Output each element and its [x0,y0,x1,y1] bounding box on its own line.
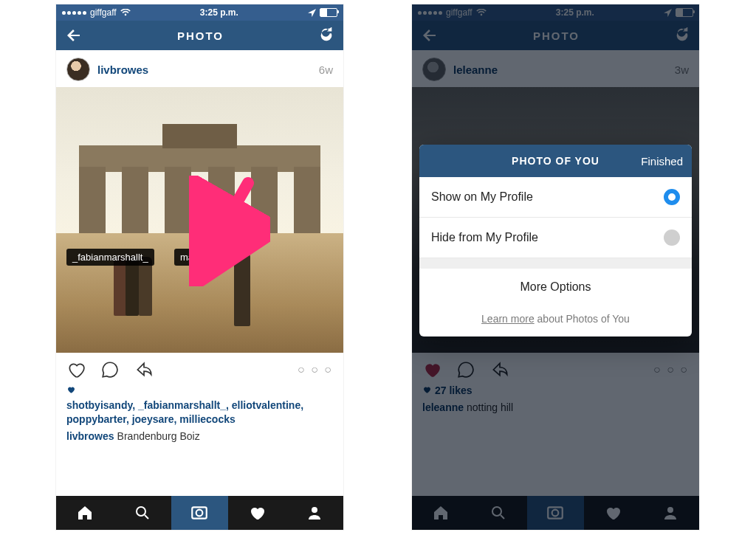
post-header: livbrowes 6w [56,50,343,87]
finished-button[interactable]: Finished [641,155,683,168]
caption-username[interactable]: livbrowes [66,430,114,442]
battery-icon [320,8,337,17]
tab-bar [56,496,343,530]
svg-point-0 [137,507,145,516]
share-icon[interactable] [134,360,154,379]
learn-more-line: Learn more about Photos of You [419,306,692,336]
refresh-icon[interactable] [318,27,334,44]
location-arrow-icon [308,9,316,17]
heart-filled-icon [66,384,75,398]
heart-icon[interactable] [66,360,86,379]
tab-search[interactable] [114,496,171,530]
nav-title: PHOTO [177,30,224,42]
more-dots-icon[interactable]: ○ ○ ○ [298,363,333,376]
post-age: 6w [319,63,333,76]
likers-line[interactable]: shotbyisandy, _fabianmarshallt_, elliotv… [66,384,333,427]
tab-camera[interactable] [171,496,229,530]
action-bar: ○ ○ ○ [56,353,343,384]
more-options-button[interactable]: More Options [419,269,692,306]
back-arrow-icon[interactable] [65,27,83,44]
option-show-on-profile[interactable]: Show on My Profile [419,177,692,218]
tab-activity[interactable] [228,496,286,530]
likers-list[interactable]: shotbyisandy, _fabianmarshallt_, elliotv… [66,398,333,427]
modal-title: PHOTO OF YOU [512,155,599,167]
modal-header: PHOTO OF YOU Finished [419,145,692,177]
caption-text: Brandenburg Boiz [117,430,200,442]
nav-bar: PHOTO [56,21,343,50]
carrier-label: giffgaff [90,7,117,18]
radio-unselected-icon [664,229,680,246]
svg-point-2 [196,510,203,517]
signal-dots-icon [62,11,86,15]
option-label: Hide from My Profile [431,231,538,244]
phone-left: giffgaff 3:25 p.m. PHOTO [56,4,343,530]
photo-of-you-modal: PHOTO OF YOU Finished Show on My Profile… [419,145,692,336]
post-photo[interactable]: _fabianmarshallt_ max8378 [56,87,343,353]
tab-home[interactable] [56,496,114,530]
avatar[interactable] [66,58,90,81]
status-bar: giffgaff 3:25 p.m. [56,4,343,21]
option-hide-from-profile[interactable]: Hide from My Profile [419,218,692,258]
option-label: Show on My Profile [431,190,533,204]
clock-label: 3:25 p.m. [200,7,238,18]
caption: livbrowesBrandenburg Boiz [66,430,333,442]
tab-profile[interactable] [286,496,343,530]
learn-more-link[interactable]: Learn more [481,313,535,325]
photo-tag[interactable]: _fabianmarshallt_ [66,249,154,266]
svg-point-3 [312,507,317,513]
username-link[interactable]: livbrowes [97,63,148,76]
phone-right: giffgaff 3:25 p.m. PHOTO leleanne 3w [412,4,699,530]
wifi-icon [120,9,131,16]
radio-selected-icon [664,189,680,205]
learn-more-rest: about Photos of You [535,313,630,325]
photo-tag[interactable]: max8378 [174,249,225,266]
comment-icon[interactable] [100,360,120,379]
